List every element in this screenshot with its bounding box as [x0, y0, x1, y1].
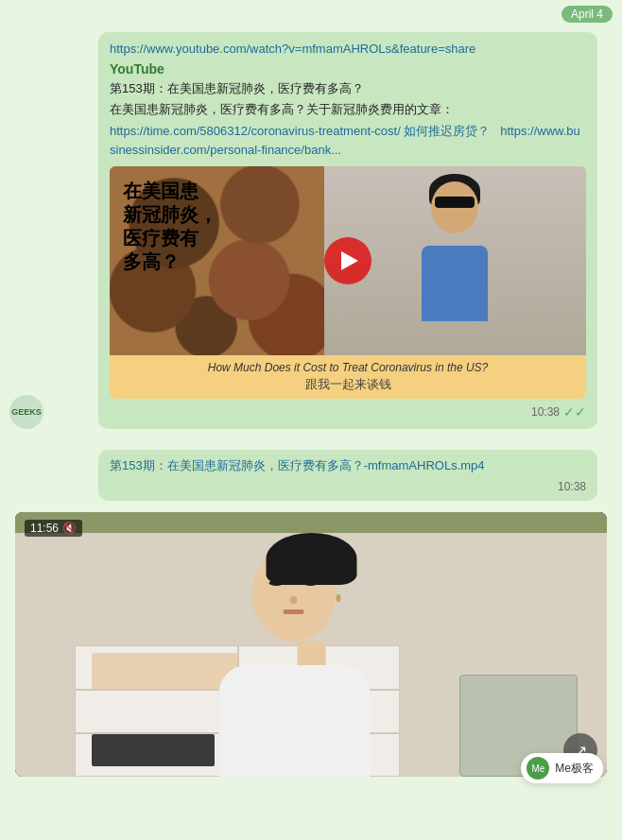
- link1[interactable]: https://time.com/5806312/coronavirus-tre…: [110, 124, 401, 138]
- youtube-url[interactable]: https://www.youtube.com/watch?v=mfmamAHR…: [110, 42, 586, 56]
- youtube-source-label: YouTube: [110, 61, 586, 77]
- chat-area: April 4 https://www.youtube.com/watch?v=…: [0, 0, 622, 840]
- link1-text: 如何推迟房贷？: [404, 124, 490, 138]
- video-earring: [337, 594, 341, 602]
- shelf-decor-flower: [92, 653, 237, 689]
- youtube-message-bubble: https://www.youtube.com/watch?v=mfmamAHR…: [98, 32, 597, 429]
- video-neck: [297, 642, 325, 665]
- date-badge-wrap: April 4: [0, 0, 622, 23]
- yt-play-button[interactable]: [324, 237, 371, 284]
- video-body: [219, 665, 371, 777]
- file-name: 第153期：在美国患新冠肺炎，医疗费有多高？-mfmamAHROLs.mp4: [110, 457, 586, 474]
- message-row-2: 第153期：在美国患新冠肺炎，医疗费有多高？-mfmamAHROLs.mp4 1…: [0, 442, 622, 508]
- video-mouth: [284, 609, 304, 614]
- file-message: 第153期：在美国患新冠肺炎，医疗费有多高？-mfmamAHROLs.mp4 1…: [98, 450, 597, 501]
- me-badge-text: Me极客: [555, 761, 594, 777]
- bubble-wrap-1: https://www.youtube.com/watch?v=mfmamAHR…: [51, 26, 613, 435]
- yt-bottom-chinese: 跟我一起来谈钱: [119, 376, 577, 393]
- person-sunglasses: [435, 197, 475, 208]
- bottom-spacer: [0, 780, 622, 840]
- message-row-1: https://www.youtube.com/watch?v=mfmamAHR…: [0, 23, 622, 438]
- video-hair: [266, 533, 356, 585]
- double-check-1: ✓✓: [563, 404, 586, 420]
- yt-bottom-bar: How Much Does it Cost to Treat Coronavir…: [110, 355, 586, 399]
- bubble-links: https://time.com/5806312/coronavirus-tre…: [110, 122, 586, 159]
- me-badge[interactable]: Me Me极客: [521, 753, 603, 783]
- duration-text: 11:56: [30, 522, 59, 535]
- bubble-title: 第153期：在美国患新冠肺炎，医疗费有多高？: [110, 80, 586, 97]
- filename-suffix[interactable]: -mfmamAHROLs.mp4: [364, 458, 485, 472]
- mute-icon: 🔇: [62, 522, 77, 535]
- yt-thumbnail: 在美国患新冠肺炎，医疗费有多高？: [110, 166, 586, 355]
- video-person: [252, 533, 371, 777]
- bubble-wrap-2: 第153期：在美国患新冠肺炎，医疗费有多高？-mfmamAHROLs.mp4 1…: [51, 446, 613, 505]
- youtube-card[interactable]: 在美国患新冠肺炎，医疗费有多高？ How Much Does it Cost t…: [110, 166, 586, 399]
- video-duration: 11:56 🔇: [25, 520, 82, 537]
- bubble-time-1: 10:38 ✓✓: [110, 404, 586, 420]
- shelf-dark-item: [92, 734, 215, 766]
- bubble-desc: 在美国患新冠肺炎，医疗费有多高？关于新冠肺炎费用的文章：: [110, 101, 586, 118]
- video-nose: [290, 596, 298, 604]
- person-body: [422, 246, 488, 321]
- video-message[interactable]: 11:56 🔇 ↗: [15, 512, 607, 777]
- time-label-2: 10:38: [558, 480, 586, 493]
- video-thumb: 11:56 🔇: [15, 512, 607, 777]
- yt-bottom-english: How Much Does it Cost to Treat Coronavir…: [119, 361, 577, 374]
- bubble-time-2: 10:38: [110, 480, 586, 493]
- date-badge: April 4: [562, 6, 613, 23]
- filename-prefix: 第153期：在美国患新冠肺炎，医疗费有多高？: [110, 458, 364, 472]
- me-badge-icon: Me: [527, 757, 549, 780]
- avatar-geeks: GEEKS: [9, 395, 43, 429]
- time-label-1: 10:38: [531, 405, 560, 419]
